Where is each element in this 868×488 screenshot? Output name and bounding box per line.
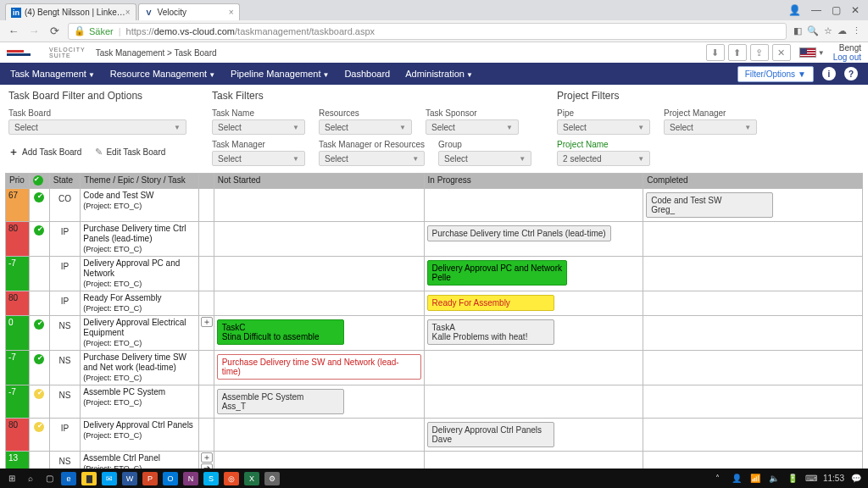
theme-cell[interactable]: Purchase Delivery time SW and Net work (… xyxy=(81,351,199,385)
star-icon[interactable]: ☆ xyxy=(824,25,832,36)
theme-cell[interactable]: Code and Test SW(Project: ETO_C) xyxy=(81,189,199,222)
language-icon[interactable]: ⌨ xyxy=(804,472,818,485)
close-panel-icon[interactable]: ✕ xyxy=(772,44,791,61)
explorer-icon[interactable]: ▇ xyxy=(81,472,97,485)
download-icon[interactable]: ⬇ xyxy=(706,44,725,61)
notifications-icon[interactable]: 💬 xyxy=(849,472,863,485)
edit-taskboard-button[interactable]: ✎Edit Task Board xyxy=(95,147,165,158)
task-card[interactable]: TaskCStina Difficult to assemble xyxy=(217,319,344,345)
theme-cell[interactable]: Delivery Approval PC and Network(Project… xyxy=(81,257,199,291)
tray-up-icon[interactable]: ˄ xyxy=(711,472,725,485)
nav-pipeline-management[interactable]: Pipeline Management▼ xyxy=(231,69,329,79)
edge-icon[interactable]: e xyxy=(61,472,76,485)
powerpoint-icon[interactable]: P xyxy=(142,472,158,485)
pencil-icon: ✎ xyxy=(95,147,103,158)
mail-icon[interactable]: ✉ xyxy=(102,472,117,485)
add-task-button[interactable]: ＋ xyxy=(201,452,213,463)
browser-tab[interactable]: V Velocity × xyxy=(138,3,240,20)
upload-icon[interactable]: ⬆ xyxy=(728,44,747,61)
col-not-started[interactable]: Not Started xyxy=(214,174,424,189)
group-select[interactable]: Select▼ xyxy=(438,151,531,166)
clock[interactable]: 11:53 xyxy=(823,474,844,483)
col-theme[interactable]: Theme / Epic / Story / Task xyxy=(81,174,199,189)
theme-cell[interactable]: Assemble PC System(Project: ETO_C) xyxy=(81,385,199,419)
nav-dashboard[interactable]: Dashboard xyxy=(344,69,390,79)
outlook-icon[interactable]: O xyxy=(163,472,178,485)
cloud-icon[interactable]: ☁ xyxy=(837,25,847,36)
menu-icon[interactable]: ⋮ xyxy=(852,25,861,36)
task-card[interactable]: Ready For Assembly xyxy=(427,295,554,311)
filter-label: Project Manager xyxy=(664,108,757,118)
nav-resource-management[interactable]: Resource Management▼ xyxy=(110,69,215,79)
filter-label: Task Manager xyxy=(212,140,305,149)
flag-us-icon[interactable] xyxy=(799,47,816,58)
skype-icon[interactable]: S xyxy=(203,472,219,485)
help-icon[interactable]: ? xyxy=(844,67,858,80)
task-sponsor-select[interactable]: Select▼ xyxy=(426,119,519,135)
info-icon[interactable]: i xyxy=(822,67,836,80)
col-check[interactable] xyxy=(30,174,50,189)
share-icon[interactable]: ⇪ xyxy=(750,44,769,61)
reload-icon[interactable]: ⟳ xyxy=(47,25,61,37)
volume-icon[interactable]: 🔈 xyxy=(767,472,781,485)
theme-cell[interactable]: Delivery Approval Electrical Equipment(P… xyxy=(81,316,199,351)
user-avatar-icon[interactable]: 👤 xyxy=(788,4,801,16)
filter-label: Task Name xyxy=(212,108,305,118)
search-icon[interactable]: ⌕ xyxy=(24,472,37,485)
add-taskboard-button[interactable]: ＋Add Task Board xyxy=(8,145,81,159)
close-window-icon[interactable]: ✕ xyxy=(851,4,860,16)
filter-options-button[interactable]: Filter/Options▼ xyxy=(737,66,814,82)
start-button[interactable]: ⊞ xyxy=(5,472,19,485)
task-manager-select[interactable]: Select▼ xyxy=(212,151,305,166)
logout-link[interactable]: Log out xyxy=(833,53,861,62)
col-completed[interactable]: Completed xyxy=(643,174,863,189)
col-in-progress[interactable]: In Progress xyxy=(424,174,643,189)
task-manager-or-resources-select[interactable]: Select▼ xyxy=(319,151,425,166)
back-icon[interactable]: ← xyxy=(7,25,20,37)
task-card[interactable]: Assemble PC SystemAss_T xyxy=(217,389,344,414)
extension-icon[interactable]: ◧ xyxy=(793,25,802,36)
theme-cell[interactable]: Ready For Assembly(Project: ETO_C) xyxy=(81,291,199,316)
task-card[interactable]: Purchase Delivery time Ctrl Panels (lead… xyxy=(427,225,611,241)
filter-label: Pipe xyxy=(557,108,650,118)
address-bar[interactable]: 🔒 Säker | https://demo.vs-cloud.com/task… xyxy=(68,23,787,40)
chrome-icon[interactable]: ◎ xyxy=(224,472,239,485)
task-view-icon[interactable]: ▢ xyxy=(42,472,56,485)
task-card[interactable]: Delivery Approval PC and NetworkPelle xyxy=(427,260,567,286)
onenote-icon[interactable]: N xyxy=(183,472,198,485)
task-card[interactable]: Delivery Approval Ctrl PanelsDave xyxy=(427,422,554,447)
minimize-icon[interactable]: — xyxy=(811,4,821,16)
battery-icon[interactable]: 🔋 xyxy=(786,472,799,485)
word-icon[interactable]: W xyxy=(122,472,137,485)
theme-cell[interactable]: Delivery Approval Ctrl Panels(Project: E… xyxy=(81,419,199,452)
nav-task-management[interactable]: Task Management▼ xyxy=(10,69,95,79)
task-card[interactable]: TaskAKalle Problems with heat! xyxy=(427,319,554,345)
task-card[interactable]: Code and Test SWGreg_ xyxy=(646,192,773,218)
people-icon[interactable]: 👤 xyxy=(730,472,743,485)
project-manager-select[interactable]: Select▼ xyxy=(664,119,757,135)
task-name-select[interactable]: Select▼ xyxy=(212,119,305,135)
main-nav: Task Management▼ Resource Management▼ Pi… xyxy=(0,63,868,85)
col-prio[interactable]: Prio xyxy=(6,174,30,189)
task-card[interactable]: Purchase Delivery time SW and Network (l… xyxy=(217,354,421,380)
in-progress-cell: TaskAKalle Problems with heat! xyxy=(424,316,643,351)
extension-icon[interactable]: 🔍 xyxy=(807,25,819,36)
taskboard-select[interactable]: Select▼ xyxy=(8,119,186,135)
pipe-select[interactable]: Select▼ xyxy=(557,119,650,135)
maximize-icon[interactable]: ▢ xyxy=(832,4,841,16)
not-started-cell xyxy=(214,257,424,291)
nav-administration[interactable]: Administration▼ xyxy=(405,69,473,79)
add-task-button[interactable]: ＋ xyxy=(201,317,213,327)
settings-icon[interactable]: ⚙ xyxy=(264,472,280,485)
wifi-icon[interactable]: 📶 xyxy=(748,472,762,485)
col-state[interactable]: State xyxy=(49,174,81,189)
project-name-select[interactable]: 2 selected▼ xyxy=(557,151,650,166)
resources-select[interactable]: Select▼ xyxy=(319,119,412,135)
table-row: -7NSPurchase Delivery time SW and Net wo… xyxy=(6,351,863,385)
chevron-down-icon[interactable]: ▼ xyxy=(818,49,825,57)
browser-tab[interactable]: in (4) Bengt Nilsson | Linke… × xyxy=(5,3,136,20)
close-icon[interactable]: × xyxy=(125,8,131,17)
close-icon[interactable]: × xyxy=(229,8,234,17)
excel-icon[interactable]: X xyxy=(244,472,259,485)
theme-cell[interactable]: Purchase Delivery time Ctrl Panels (lead… xyxy=(81,222,199,257)
